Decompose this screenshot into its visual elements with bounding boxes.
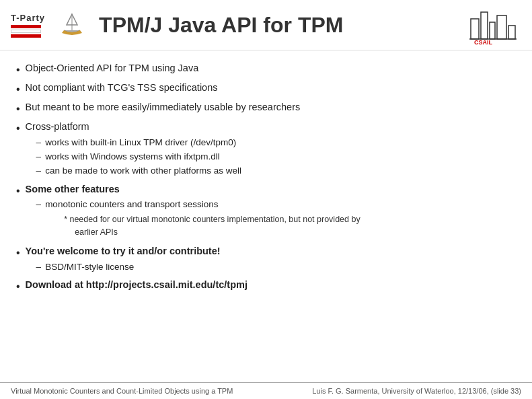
bullet-text: Not compliant with TCG's TSS specificati… — [26, 81, 218, 96]
svg-text:CSAIL: CSAIL — [474, 39, 493, 46]
content-area: • Object-Oriented API for TPM using Java… — [0, 50, 532, 303]
bullet-text: Cross-platform — [26, 121, 89, 132]
svg-rect-6 — [508, 26, 515, 39]
svg-rect-3 — [481, 12, 488, 39]
svg-rect-2 — [471, 19, 479, 39]
stripe-red-1 — [11, 25, 41, 28]
bullet-dot: • — [16, 120, 20, 137]
bullet-content: Cross-platform – works with built-in Lin… — [26, 120, 241, 180]
svg-rect-5 — [497, 15, 506, 39]
bullet-content: Some other features – monotonic counters… — [26, 182, 360, 242]
stripe-white — [11, 30, 41, 33]
dash-icon: – — [36, 136, 42, 149]
header: T-Party TPM/J Java API for TPM CSAIL — [0, 0, 532, 50]
bullet-text-bold: Some other features — [26, 184, 120, 194]
bullet-dot: • — [16, 81, 20, 98]
stripe-red-2 — [11, 34, 41, 38]
list-item: • You're welcome to try it and/or contri… — [16, 244, 516, 275]
sub-bullet-list: – BSD/MIT-style license — [36, 260, 221, 274]
dash-icon: – — [36, 164, 42, 178]
tparty-logo: T-Party — [11, 13, 45, 38]
sub-bullet-list: – works with built-in Linux TPM driver (… — [36, 136, 241, 178]
logo-stripes — [11, 25, 41, 38]
logo-text: T-Party — [11, 13, 45, 23]
dash-icon: – — [36, 198, 42, 211]
dash-icon: – — [36, 260, 42, 274]
bullet-dot: • — [16, 245, 20, 261]
svg-rect-4 — [490, 22, 495, 39]
dash-icon: – — [36, 150, 42, 164]
bullet-text-bold: Download at http://projects.csail.mit.ed… — [26, 278, 248, 293]
bullet-dot: • — [16, 183, 20, 199]
sub-text: can be made to work with other platforms… — [45, 164, 241, 178]
sub-text: monotonic counters and transport session… — [45, 199, 218, 209]
note-star: * needed for our virtual monotonic count… — [64, 213, 360, 226]
bullet-dot: • — [16, 279, 20, 295]
sub-text: works with built-in Linux TPM driver (/d… — [45, 136, 236, 149]
list-item: • Download at http://projects.csail.mit.… — [16, 278, 516, 295]
csail-logo: CSAIL — [467, 5, 521, 46]
list-item: • Some other features – monotonic counte… — [16, 182, 516, 242]
note-continuation: earlier APIs — [75, 226, 360, 239]
list-item: – can be made to work with other platfor… — [36, 164, 241, 178]
list-item: – monotonic counters and transport sessi… — [36, 198, 360, 240]
note-text: earlier APIs — [75, 226, 118, 239]
list-item: • Object-Oriented API for TPM using Java — [16, 61, 516, 78]
page-title: TPM/J Java API for TPM — [99, 13, 521, 38]
note-list: * needed for our virtual monotonic count… — [64, 213, 360, 240]
footer: Virtual Monotonic Counters and Count-Lim… — [0, 382, 532, 399]
bullet-text-bold: You're welcome to try it and/or contribu… — [26, 246, 221, 256]
list-item: • Cross-platform – works with built-in L… — [16, 120, 516, 180]
bullet-content: You're welcome to try it and/or contribu… — [26, 244, 221, 275]
sub-bullet-list: – monotonic counters and transport sessi… — [36, 198, 360, 240]
list-item: – works with Windows systems with ifxtpm… — [36, 150, 241, 164]
list-item: • But meant to be more easily/immediatel… — [16, 100, 516, 117]
list-item: – BSD/MIT-style license — [36, 260, 221, 274]
footer-left: Virtual Monotonic Counters and Count-Lim… — [11, 387, 233, 395]
bullet-text: But meant to be more easily/immediately … — [26, 100, 301, 115]
list-item: – works with built-in Linux TPM driver (… — [36, 136, 241, 149]
note-item: * needed for our virtual monotonic count… — [64, 213, 360, 226]
main-bullet-list: • Object-Oriented API for TPM using Java… — [16, 61, 516, 295]
sub-content: monotonic counters and transport session… — [45, 198, 360, 240]
sub-text: BSD/MIT-style license — [45, 260, 134, 274]
list-item: • Not compliant with TCG's TSS specifica… — [16, 81, 516, 98]
boat-icon — [59, 11, 85, 38]
bullet-dot: • — [16, 101, 20, 117]
bullet-text: Object-Oriented API for TPM using Java — [26, 61, 199, 76]
footer-right: Luis F. G. Sarmenta, University of Water… — [312, 387, 521, 395]
sub-text: works with Windows systems with ifxtpm.d… — [45, 150, 220, 164]
bullet-dot: • — [16, 62, 20, 78]
